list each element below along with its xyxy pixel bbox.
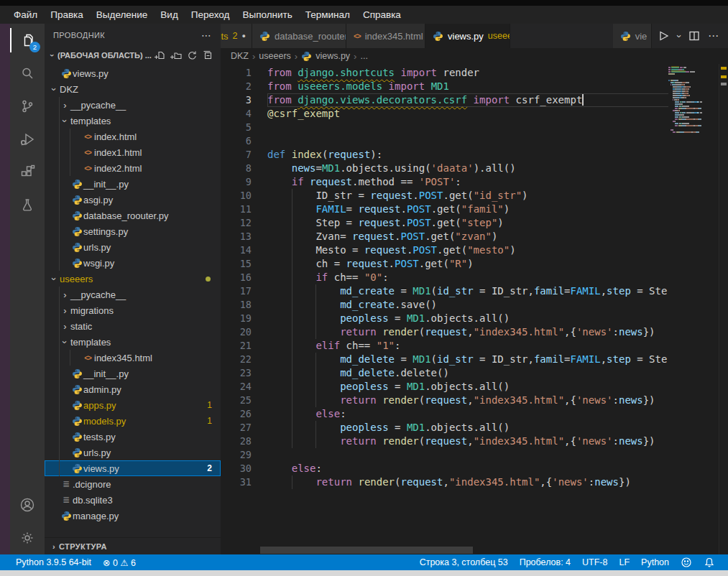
run-icon[interactable] xyxy=(656,29,671,43)
code-token xyxy=(267,422,340,433)
tree-file-admin-py[interactable]: admin.py xyxy=(45,381,221,397)
status-eol[interactable]: LF xyxy=(613,554,635,570)
tree-file-models-py[interactable]: models.py1 xyxy=(45,413,221,429)
tree-folder--pycache-[interactable]: ›__pycache__ xyxy=(45,287,221,302)
status-encoding[interactable]: UTF-8 xyxy=(576,554,613,570)
status-indentation[interactable]: Пробелов: 4 xyxy=(514,554,576,570)
line-number: 24 xyxy=(221,380,252,394)
activity-explorer-button[interactable]: 2 xyxy=(10,24,45,57)
tree-folder-useeers[interactable]: ›useeers xyxy=(45,271,221,287)
menu-item-вид[interactable]: Вид xyxy=(154,8,184,22)
status-feedback-button[interactable] xyxy=(675,554,698,570)
tree-file-views-py[interactable]: views.py xyxy=(45,65,221,81)
tree-file-views-py[interactable]: views.py2 xyxy=(45,460,221,476)
activity-run-debug-button[interactable] xyxy=(10,123,45,156)
code-token: csrf_exempt xyxy=(510,94,582,106)
tree-folder-static[interactable]: ›static xyxy=(45,318,221,334)
workspace-header[interactable]: › (РАБОЧАЯ ОБЛАСТЬ) ... xyxy=(45,47,221,64)
tab-label: vie xyxy=(635,31,648,42)
line-number: 3 xyxy=(221,93,252,107)
menu-item-переход[interactable]: Переход xyxy=(185,8,236,22)
run-dropdown-icon[interactable]: › xyxy=(673,34,684,37)
tree-file--dcignore[interactable]: ≣.dcignore xyxy=(45,476,221,492)
status-cursor-position[interactable]: Строка 3, столбец 53 xyxy=(414,554,514,570)
tree-file--init-py[interactable]: __init__.py xyxy=(45,366,221,381)
collapse-all-icon[interactable] xyxy=(202,50,213,61)
menu-item-файл[interactable]: Файл xyxy=(7,8,44,22)
tree-file-settings-py[interactable]: settings.py xyxy=(45,223,221,239)
tree-file-manage-py[interactable]: manage.py xyxy=(45,508,221,524)
tree-file-asgi-py[interactable]: asgi.py xyxy=(45,192,221,208)
tree-file--init-py[interactable]: __init__.py xyxy=(45,176,221,192)
python-file-icon xyxy=(70,400,83,411)
code-content[interactable]: from django.shortcuts import renderfrom … xyxy=(264,64,728,554)
tree-folder-templates[interactable]: ›templates xyxy=(45,334,221,350)
activity-search-button[interactable] xyxy=(10,57,45,90)
tab-database-roouter-py[interactable]: database_roouter.py xyxy=(252,24,346,48)
tree-folder-templates[interactable]: ›templates xyxy=(45,113,221,129)
more-actions-icon[interactable]: ⋯ xyxy=(201,29,212,41)
tree-file-index345-html[interactable]: <>index345.html xyxy=(45,350,221,366)
file-icon: ≣ xyxy=(63,495,70,505)
breadcrumb[interactable]: DKZ›useeers›views.py›... xyxy=(221,48,728,64)
tree-file-tests-py[interactable]: tests.py xyxy=(45,429,221,445)
status-notifications-button[interactable] xyxy=(698,554,721,570)
chevron-down-icon: › xyxy=(48,50,57,60)
tree-file-apps-py[interactable]: apps.py1 xyxy=(45,397,221,413)
menu-item-выделение[interactable]: Выделение xyxy=(90,8,155,22)
activity-account-button[interactable] xyxy=(10,488,45,521)
tree-folder-dkz[interactable]: ›DKZ xyxy=(45,81,221,97)
code-token: MD1 xyxy=(413,285,430,297)
breadcrumb-item[interactable]: ... xyxy=(360,51,367,61)
tree-file-urls-py[interactable]: urls.py xyxy=(45,239,221,255)
tree-file-index2-html[interactable]: <>index2.html xyxy=(45,160,221,176)
tab-index345-html[interactable]: <>index345.html xyxy=(346,24,425,48)
breadcrumb-item[interactable]: DKZ xyxy=(231,51,249,61)
chevron-down-icon: › xyxy=(49,84,60,95)
indent-guide xyxy=(292,339,292,353)
tree-file-wsgi-py[interactable]: wsgi.py xyxy=(45,255,221,271)
tab-views-py[interactable]: views.pyuseeers 2✕ xyxy=(425,24,510,48)
menu-item-правка[interactable]: Правка xyxy=(44,8,90,22)
tree-file-db-sqlite3[interactable]: ≣db.sqlite3 xyxy=(45,492,221,508)
more-actions-icon[interactable]: ⋯ xyxy=(708,29,719,42)
python-icon xyxy=(72,179,83,190)
tree-file-database-roouter-py[interactable]: database_roouter.py xyxy=(45,208,221,223)
tab-diiits[interactable]: diiits2● xyxy=(221,24,252,48)
new-file-icon[interactable] xyxy=(155,50,166,61)
activity-extensions-button[interactable] xyxy=(10,156,45,189)
status-problems[interactable]: ⊗ 0 ⚠ 6 xyxy=(97,554,142,570)
tree-file-urls-py[interactable]: urls.py xyxy=(45,445,221,460)
indent-guide xyxy=(59,176,60,192)
code-editor[interactable]: 1234567891011121314151617181920212223242… xyxy=(221,64,728,554)
tree-file-index-html[interactable]: <>index.html xyxy=(45,129,221,144)
activity-settings-button[interactable] xyxy=(10,521,45,554)
menu-item-терминал[interactable]: Терминал xyxy=(299,8,356,22)
indent-guide xyxy=(292,421,292,435)
breadcrumb-item[interactable]: useeers xyxy=(259,51,290,61)
tab-vie[interactable]: vie xyxy=(613,24,652,48)
tree-folder-migrations[interactable]: ›migrations xyxy=(45,302,221,318)
refresh-icon[interactable] xyxy=(186,50,198,61)
menu-item-справка[interactable]: Справка xyxy=(356,8,407,22)
split-editor-icon[interactable] xyxy=(688,29,701,42)
editor-actions: ›⋯ xyxy=(652,24,728,48)
outline-section-header[interactable]: › СТРУКТУРА xyxy=(45,537,221,554)
code-token: = xyxy=(564,285,570,297)
tree-file-index1-html[interactable]: <>index1.html xyxy=(45,144,221,160)
new-folder-icon[interactable] xyxy=(170,50,182,61)
indent-guide xyxy=(59,223,60,239)
code-token: = Ste xyxy=(631,353,668,365)
menu-item-выполнить[interactable]: Выполнить xyxy=(236,8,298,22)
breadcrumb-item[interactable]: views.py xyxy=(315,51,350,61)
status-language-mode[interactable]: Python xyxy=(635,554,675,570)
activity-testing-button[interactable] xyxy=(10,189,45,222)
code-token xyxy=(267,394,340,406)
overview-ruler[interactable] xyxy=(719,64,728,554)
activity-source-control-button[interactable] xyxy=(10,90,45,123)
tree-folder--pycache-[interactable]: ›__pycache__ xyxy=(45,97,221,113)
status-python-interpreter[interactable]: Python 3.9.5 64-bit xyxy=(10,554,97,570)
minimap[interactable] xyxy=(668,64,719,554)
minimap-line xyxy=(668,131,719,133)
horizontal-scrollbar[interactable] xyxy=(260,547,473,554)
